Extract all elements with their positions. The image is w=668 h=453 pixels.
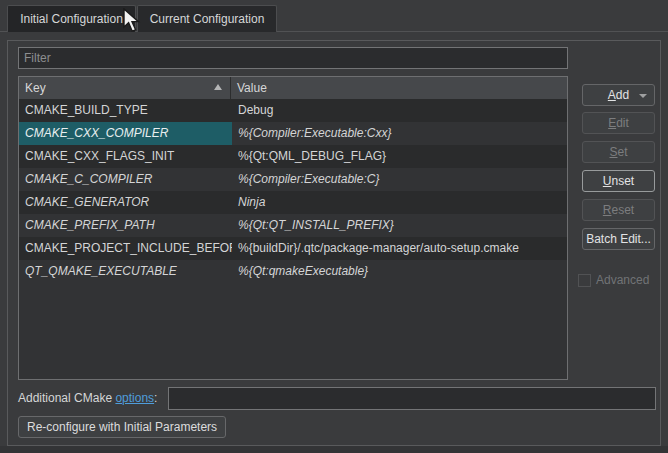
unset-button-label: nset (611, 174, 634, 188)
table-header: Key Value (19, 77, 567, 99)
table-cell-value[interactable]: Debug (232, 99, 567, 122)
add-button[interactable]: Add (582, 84, 655, 106)
table-cell-value[interactable]: %{Qt:qmakeExecutable} (232, 260, 567, 283)
table-cell-value[interactable]: Ninja (232, 191, 567, 214)
table-row: CMAKE_C_COMPILER %{Compiler:Executable:C… (19, 168, 567, 191)
advanced-checkbox-row: Advanced (578, 272, 649, 288)
table-row: CMAKE_GENERATOR Ninja (19, 191, 567, 214)
table-cell-key[interactable]: CMAKE_PROJECT_INCLUDE_BEFORE (19, 237, 232, 260)
column-header-value-label: Value (237, 81, 267, 95)
advanced-checkbox[interactable] (578, 274, 591, 287)
edit-button-label: dit (616, 116, 629, 130)
tab-initial-configuration[interactable]: Initial Configuration (7, 5, 136, 32)
table-cell-key[interactable]: CMAKE_CXX_COMPILER (19, 122, 232, 145)
reconfigure-button[interactable]: Re-configure with Initial Parameters (18, 416, 226, 438)
table-cell-key[interactable]: CMAKE_CXX_FLAGS_INIT (19, 145, 232, 168)
filter-input[interactable] (18, 47, 568, 69)
table-row-selected: CMAKE_CXX_COMPILER %{Compiler:Executable… (19, 122, 567, 145)
table-cell-value[interactable]: %{Compiler:Executable:C} (232, 168, 567, 191)
reset-button-label: eset (611, 203, 634, 217)
additional-options-colon: : (154, 391, 157, 405)
additional-options-text: Additional CMake (18, 391, 112, 405)
edit-button-mnemonic: E (608, 116, 616, 130)
column-header-value[interactable]: Value (231, 77, 567, 99)
add-button-label: dd (616, 88, 629, 102)
table-cell-key[interactable]: CMAKE_BUILD_TYPE (19, 99, 232, 122)
set-button-label: et (618, 145, 628, 159)
cmake-variables-table: Key Value CMAKE_BUILD_TYPE Debug CMAKE_C… (18, 76, 568, 380)
table-cell-value[interactable]: %{Qt:QT_INSTALL_PREFIX} (232, 214, 567, 237)
batch-edit-button[interactable]: Batch Edit... (582, 228, 655, 250)
table-cell-value[interactable]: %{Compiler:Executable:Cxx} (232, 122, 567, 145)
add-button-mnemonic: A (608, 88, 616, 102)
table-row: CMAKE_PREFIX_PATH %{Qt:QT_INSTALL_PREFIX… (19, 214, 567, 237)
table-cell-value[interactable]: %{Qt:QML_DEBUG_FLAG} (232, 145, 567, 168)
sort-ascending-icon (214, 84, 222, 90)
window-edge (0, 446, 668, 453)
tab-current-configuration[interactable]: Current Configuration (137, 5, 277, 32)
table-row: CMAKE_PROJECT_INCLUDE_BEFORE %{buildDir}… (19, 237, 567, 260)
tab-bar: Initial Configuration Current Configurat… (0, 0, 668, 32)
table-row: QT_QMAKE_EXECUTABLE %{Qt:qmakeExecutable… (19, 260, 567, 283)
table-cell-value[interactable]: %{buildDir}/.qtc/package-manager/auto-se… (232, 237, 567, 260)
edit-button[interactable]: Edit (582, 112, 655, 134)
unset-button[interactable]: Unset (582, 170, 655, 192)
dropdown-arrow-icon (639, 94, 647, 98)
additional-options-label: Additional CMake options: (18, 391, 157, 405)
set-button-mnemonic: S (609, 145, 617, 159)
table-cell-key[interactable]: CMAKE_GENERATOR (19, 191, 232, 214)
table-cell-key[interactable]: QT_QMAKE_EXECUTABLE (19, 260, 232, 283)
table-row: CMAKE_CXX_FLAGS_INIT %{Qt:QML_DEBUG_FLAG… (19, 145, 567, 168)
cmake-configuration-panel: Initial Configuration Current Configurat… (0, 0, 668, 453)
options-help-link[interactable]: options (115, 391, 154, 405)
table-cell-key[interactable]: CMAKE_C_COMPILER (19, 168, 232, 191)
advanced-checkbox-label[interactable]: Advanced (596, 273, 649, 287)
column-header-key[interactable]: Key (19, 77, 231, 99)
set-button[interactable]: Set (582, 141, 655, 163)
table-cell-key[interactable]: CMAKE_PREFIX_PATH (19, 214, 232, 237)
table-row: CMAKE_BUILD_TYPE Debug (19, 99, 567, 122)
additional-options-input[interactable] (168, 387, 656, 410)
column-header-key-label: Key (25, 81, 46, 95)
reset-button[interactable]: Reset (582, 199, 655, 221)
